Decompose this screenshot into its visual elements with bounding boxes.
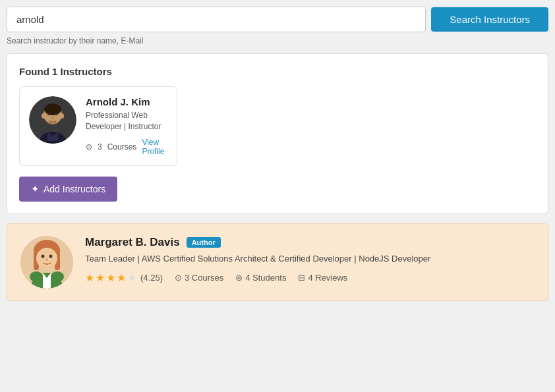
author-name: Margaret B. Davis: [85, 236, 180, 249]
author-name-row: Margaret B. Davis Author: [85, 236, 535, 249]
author-stars: ★ ★ ★ ★ ★ (4.25): [85, 271, 163, 284]
students-stat: ⊛ 4 Students: [235, 273, 286, 283]
svg-point-20: [30, 271, 43, 282]
courses-count: 3: [98, 142, 102, 152]
search-button-label: Search Instructors: [450, 14, 530, 25]
search-row: Search Instructors: [7, 7, 548, 32]
author-subtitle: Team Leader | AWS Certified Solutions Ar…: [85, 253, 535, 265]
instructor-title: Professional Web Developer | Instructor: [86, 110, 167, 132]
instructor-info: Arnold J. Kim Professional Web Developer…: [86, 96, 167, 156]
svg-point-21: [51, 271, 64, 282]
svg-point-9: [47, 120, 58, 125]
author-avatar: [20, 236, 73, 289]
reviews-stat: ⊟ 4 Reviews: [298, 273, 347, 283]
add-button-label: Add Instructors: [44, 184, 105, 194]
courses-label: Courses: [107, 142, 137, 152]
star-5: ★: [127, 271, 136, 284]
view-profile-link[interactable]: View Profile: [142, 138, 167, 156]
avatar-svg: [29, 96, 76, 144]
svg-point-14: [36, 248, 57, 269]
svg-point-7: [55, 113, 58, 115]
students-stat-icon: ⊛: [235, 273, 243, 283]
instructor-card: Arnold J. Kim Professional Web Developer…: [19, 86, 177, 166]
view-profile-label: View Profile: [142, 138, 164, 156]
svg-point-16: [49, 254, 53, 258]
star-3: ★: [106, 271, 115, 284]
svg-point-5: [60, 113, 64, 119]
add-icon: ✦: [31, 183, 40, 195]
svg-point-4: [42, 113, 45, 119]
svg-point-17: [45, 258, 48, 260]
reviews-stat-label: 4 Reviews: [308, 273, 347, 283]
author-avatar-svg: [20, 236, 73, 289]
results-count: Found 1 Instructors: [19, 66, 536, 77]
rating-value: (4.25): [140, 273, 163, 283]
star-2: ★: [96, 271, 105, 284]
search-input[interactable]: [7, 7, 426, 32]
courses-icon: ⊙: [86, 142, 92, 152]
courses-row: ⊙ 3 Courses View Profile: [86, 138, 167, 156]
courses-stat-label: 3 Courses: [185, 273, 223, 283]
svg-point-2: [44, 103, 61, 115]
search-button[interactable]: Search Instructors: [431, 7, 548, 32]
svg-point-6: [47, 113, 50, 115]
results-card: Found 1 Instructors: [7, 53, 548, 214]
star-4: ★: [117, 271, 126, 284]
svg-point-15: [42, 254, 45, 258]
author-card: Margaret B. Davis Author Team Leader | A…: [7, 223, 548, 301]
instructor-avatar: [29, 96, 76, 144]
search-hint: Search instructor by their name, E-Mail: [7, 36, 548, 45]
author-stats: ★ ★ ★ ★ ★ (4.25) ⊙ 3 Courses ⊛ 4 Student…: [85, 271, 535, 284]
courses-stat: ⊙ 3 Courses: [175, 273, 223, 283]
instructor-name: Arnold J. Kim: [86, 96, 167, 107]
students-stat-label: 4 Students: [245, 273, 286, 283]
author-badge: Author: [187, 237, 221, 248]
courses-stat-icon: ⊙: [175, 273, 182, 283]
author-info: Margaret B. Davis Author Team Leader | A…: [85, 236, 535, 284]
reviews-stat-icon: ⊟: [298, 273, 305, 283]
add-instructors-button[interactable]: ✦ Add Instructors: [19, 177, 117, 202]
star-1: ★: [85, 271, 94, 284]
svg-point-8: [51, 117, 54, 119]
